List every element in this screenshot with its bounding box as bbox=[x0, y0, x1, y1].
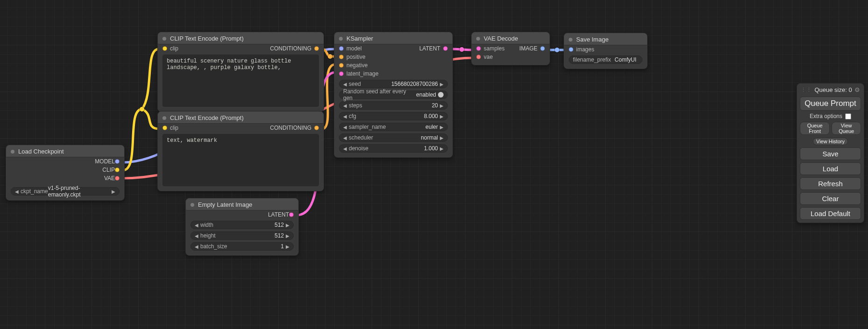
control-panel[interactable]: ⋮⋮ Queue size: 0 ⚙ Queue Prompt Extra op… bbox=[797, 83, 864, 223]
collapse-dot-icon[interactable] bbox=[476, 37, 480, 41]
arrow-right-icon[interactable]: ▶ bbox=[440, 114, 444, 119]
collapse-dot-icon[interactable] bbox=[162, 37, 166, 41]
node-title[interactable]: KSampler bbox=[334, 32, 452, 44]
node-title[interactable]: Load Checkpoint bbox=[6, 145, 124, 157]
output-pin-latent[interactable] bbox=[289, 212, 294, 217]
arrow-left-icon[interactable]: ◀ bbox=[195, 223, 198, 228]
clear-button[interactable]: Clear bbox=[800, 192, 861, 205]
sampler-name-widget[interactable]: ◀sampler_nameeuler▶ bbox=[339, 123, 448, 131]
reroute-node[interactable] bbox=[328, 54, 332, 59]
view-history-button[interactable]: View History bbox=[813, 138, 848, 145]
arrow-left-icon[interactable]: ◀ bbox=[195, 233, 198, 238]
node-title[interactable]: CLIP Text Encode (Prompt) bbox=[158, 32, 324, 44]
input-pin-negative[interactable] bbox=[339, 63, 344, 68]
seed-widget[interactable]: ◀seed156680208700286▶ bbox=[339, 80, 448, 88]
prompt-textarea[interactable] bbox=[163, 55, 318, 106]
node-title[interactable]: Save Image bbox=[564, 33, 647, 45]
output-label: LATENT bbox=[268, 211, 289, 218]
node-ksampler[interactable]: KSampler model LATENT positive negative … bbox=[334, 32, 453, 158]
reroute-node[interactable] bbox=[555, 48, 559, 52]
load-default-button[interactable]: Load Default bbox=[800, 207, 861, 220]
arrow-right-icon[interactable]: ▶ bbox=[112, 189, 115, 194]
title-text: VAE Decode bbox=[484, 35, 518, 42]
prompt-textarea-wrap bbox=[162, 55, 319, 107]
height-widget[interactable]: ◀height512▶ bbox=[191, 231, 294, 240]
input-label: negative bbox=[346, 62, 367, 69]
queue-prompt-button[interactable]: Queue Prompt bbox=[800, 97, 861, 111]
arrow-right-icon[interactable]: ▶ bbox=[286, 233, 289, 238]
arrow-right-icon[interactable]: ▶ bbox=[440, 125, 444, 130]
reroute-node[interactable] bbox=[140, 107, 144, 112]
output-pin-conditioning[interactable] bbox=[314, 46, 319, 51]
node-empty-latent-image[interactable]: Empty Latent Image LATENT ◀width512▶ ◀he… bbox=[185, 198, 299, 256]
queue-front-button[interactable]: Queue Front bbox=[800, 122, 830, 135]
filename-prefix-widget[interactable]: filename_prefix ComfyUI bbox=[569, 56, 642, 64]
width-widget[interactable]: ◀width512▶ bbox=[191, 221, 294, 229]
node-vae-decode[interactable]: VAE Decode samples IMAGE vae bbox=[471, 32, 550, 65]
node-title[interactable]: Empty Latent Image bbox=[186, 198, 298, 210]
input-pin-clip[interactable] bbox=[162, 126, 167, 130]
load-button[interactable]: Load bbox=[800, 162, 861, 175]
arrow-left-icon[interactable]: ◀ bbox=[15, 189, 19, 194]
arrow-left-icon[interactable]: ◀ bbox=[343, 125, 347, 130]
node-save-image[interactable]: Save Image images filename_prefix ComfyU… bbox=[564, 33, 648, 69]
node-clip-text-encode-negative[interactable]: CLIP Text Encode (Prompt) clip CONDITION… bbox=[157, 111, 324, 191]
output-pin-clip[interactable] bbox=[115, 168, 120, 172]
collapse-dot-icon[interactable] bbox=[191, 203, 194, 207]
input-pin-model[interactable] bbox=[339, 46, 344, 51]
arrow-right-icon[interactable]: ▶ bbox=[286, 244, 289, 249]
random-seed-toggle[interactable]: Random seed after every genenabled bbox=[339, 91, 448, 99]
arrow-left-icon[interactable]: ◀ bbox=[343, 135, 347, 140]
arrow-left-icon[interactable]: ◀ bbox=[343, 114, 347, 119]
arrow-left-icon[interactable]: ◀ bbox=[343, 82, 347, 87]
title-text: Empty Latent Image bbox=[198, 201, 252, 208]
view-queue-button[interactable]: View Queue bbox=[832, 122, 861, 135]
title-text: CLIP Text Encode (Prompt) bbox=[170, 114, 244, 121]
drag-handle-icon[interactable]: ⋮⋮ bbox=[801, 87, 812, 93]
arrow-left-icon[interactable]: ◀ bbox=[195, 244, 198, 249]
output-pin-latent[interactable] bbox=[443, 46, 448, 51]
arrow-right-icon[interactable]: ▶ bbox=[286, 223, 289, 228]
arrow-left-icon[interactable]: ◀ bbox=[343, 146, 347, 151]
refresh-button[interactable]: Refresh bbox=[800, 177, 861, 190]
input-label: clip bbox=[170, 125, 178, 131]
ckpt-name-combo[interactable]: ◀ ckpt_name v1-5-pruned-emaonly.ckpt ▶ bbox=[11, 187, 120, 196]
arrow-right-icon[interactable]: ▶ bbox=[440, 103, 444, 108]
collapse-dot-icon[interactable] bbox=[162, 116, 166, 120]
input-label: images bbox=[576, 46, 594, 53]
output-pin-conditioning[interactable] bbox=[314, 126, 319, 130]
title-text: Save Image bbox=[576, 36, 608, 43]
prompt-textarea[interactable] bbox=[163, 134, 318, 186]
input-pin-latent-image[interactable] bbox=[339, 71, 344, 76]
arrow-left-icon[interactable]: ◀ bbox=[343, 103, 347, 108]
node-title[interactable]: VAE Decode bbox=[472, 32, 550, 44]
input-pin-images[interactable] bbox=[569, 47, 573, 52]
title-text: Load Checkpoint bbox=[18, 148, 64, 155]
extra-options-checkbox[interactable] bbox=[845, 113, 851, 119]
collapse-dot-icon[interactable] bbox=[569, 38, 572, 42]
arrow-right-icon[interactable]: ▶ bbox=[440, 82, 444, 87]
input-pin-vae[interactable] bbox=[476, 55, 481, 59]
batch-size-widget[interactable]: ◀batch_size1▶ bbox=[191, 242, 294, 251]
input-pin-clip[interactable] bbox=[162, 46, 167, 51]
denoise-widget[interactable]: ◀denoise1.000▶ bbox=[339, 144, 448, 153]
gear-icon[interactable]: ⚙ bbox=[854, 86, 860, 93]
output-pin-image[interactable] bbox=[540, 46, 545, 51]
node-clip-text-encode-positive[interactable]: CLIP Text Encode (Prompt) clip CONDITION… bbox=[157, 32, 324, 112]
input-pin-samples[interactable] bbox=[476, 46, 481, 51]
reroute-node[interactable] bbox=[459, 47, 464, 52]
input-pin-positive[interactable] bbox=[339, 55, 344, 59]
output-pin-model[interactable] bbox=[115, 159, 120, 164]
scheduler-widget[interactable]: ◀schedulernormal▶ bbox=[339, 133, 448, 142]
title-text: CLIP Text Encode (Prompt) bbox=[170, 35, 244, 42]
save-button[interactable]: Save bbox=[800, 147, 861, 160]
steps-widget[interactable]: ◀steps20▶ bbox=[339, 101, 448, 110]
collapse-dot-icon[interactable] bbox=[11, 150, 14, 154]
output-pin-vae[interactable] bbox=[115, 176, 120, 181]
node-title[interactable]: CLIP Text Encode (Prompt) bbox=[158, 112, 324, 124]
cfg-widget[interactable]: ◀cfg8.000▶ bbox=[339, 112, 448, 120]
arrow-right-icon[interactable]: ▶ bbox=[440, 146, 444, 151]
collapse-dot-icon[interactable] bbox=[339, 37, 343, 41]
node-load-checkpoint[interactable]: Load Checkpoint MODEL CLIP VAE ◀ ckpt_na… bbox=[6, 145, 125, 201]
arrow-right-icon[interactable]: ▶ bbox=[440, 135, 444, 140]
